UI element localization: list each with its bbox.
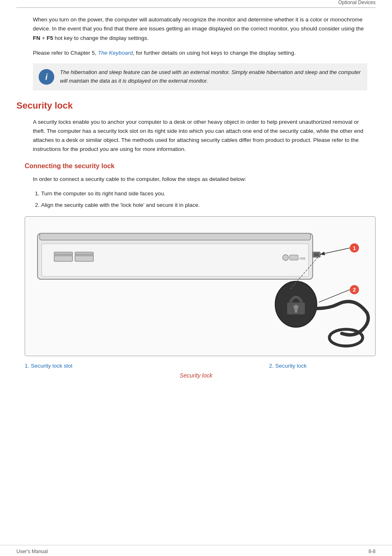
steps-list: Turn the computer so its right hand side… <box>41 189 367 210</box>
svg-text:1: 1 <box>353 245 356 251</box>
header-section-title: Optional Devices <box>338 0 376 5</box>
footer-left: User's Manual <box>16 549 48 554</box>
info-note-box: i The hibernation and sleep feature can … <box>33 63 367 90</box>
svg-point-19 <box>330 329 363 346</box>
svg-text:ODE: ODE <box>299 257 306 261</box>
svg-rect-6 <box>75 253 94 256</box>
footer-right: 8-8 <box>369 549 376 554</box>
diagram-caption: Security lock <box>0 372 392 379</box>
step-2: Align the security cable with the 'lock … <box>41 200 367 210</box>
svg-line-14 <box>321 248 350 254</box>
svg-rect-11 <box>314 253 319 256</box>
laptop-diagram: ODE 1 2 <box>29 221 371 350</box>
security-lock-section: Security lock <box>0 100 392 111</box>
f5-key: F5 <box>46 35 53 41</box>
fn-f5-key: FN <box>33 35 40 41</box>
diagram-labels: 1. Security lock slot 2. Security lock <box>25 363 376 369</box>
svg-rect-18 <box>295 308 297 313</box>
diagram-container: ODE 1 2 <box>25 216 376 356</box>
intro-paragraph1: When you turn on the power, the computer… <box>33 15 367 43</box>
info-note-text: The hibernation and sleep feature can be… <box>60 68 362 86</box>
svg-rect-1 <box>39 234 311 240</box>
intro-paragraph2: Please refer to Chapter 5, The Keyboard,… <box>33 49 367 58</box>
step-1: Turn the computer so its right hand side… <box>41 189 367 199</box>
label-security-lock: 2. Security lock <box>200 363 376 369</box>
security-lock-heading: Security lock <box>16 100 376 111</box>
svg-rect-8 <box>290 255 298 260</box>
svg-rect-4 <box>54 253 73 256</box>
info-icon: i <box>39 69 54 85</box>
svg-text:2: 2 <box>353 287 356 293</box>
connecting-sub-body: In order to connect a security cable to … <box>33 175 367 184</box>
page-container: Optional Devices When you turn on the po… <box>0 7 392 556</box>
keyboard-link[interactable]: The Keyboard <box>98 50 133 56</box>
svg-point-7 <box>283 255 288 260</box>
label-security-lock-slot: 1. Security lock slot <box>25 363 200 369</box>
header-rule: Optional Devices <box>16 7 376 8</box>
page-footer: User's Manual 8-8 <box>0 545 392 554</box>
connecting-security-lock-heading: Connecting the security lock <box>25 162 367 170</box>
security-lock-body: A security locks enable you to anchor yo… <box>33 118 367 154</box>
